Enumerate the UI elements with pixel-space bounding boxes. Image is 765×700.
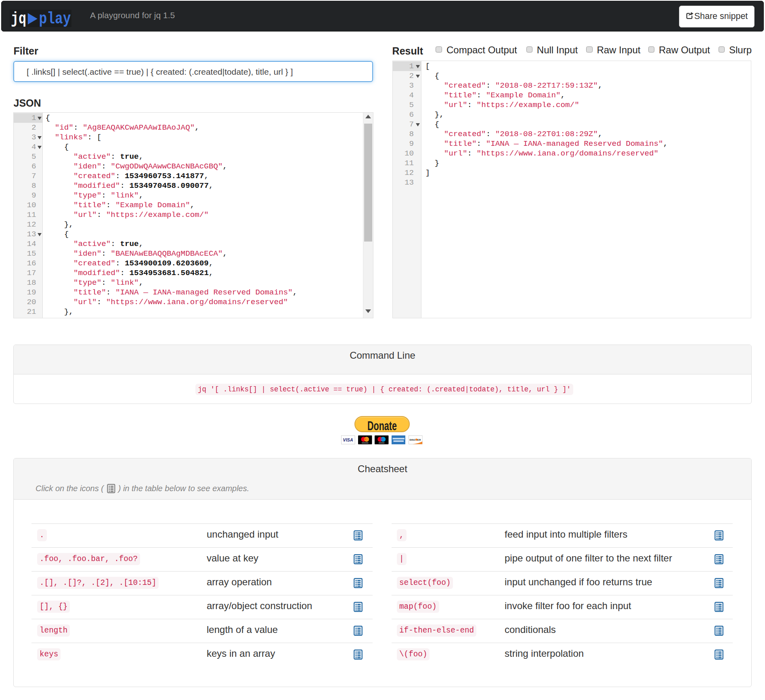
svg-text:VISA: VISA (343, 437, 353, 442)
svg-text:play: play (39, 10, 71, 27)
svg-text:jq: jq (11, 10, 26, 27)
svg-text:DISC​VER: DISC​VER (409, 438, 421, 441)
svg-text:Donate: Donate (367, 419, 397, 431)
